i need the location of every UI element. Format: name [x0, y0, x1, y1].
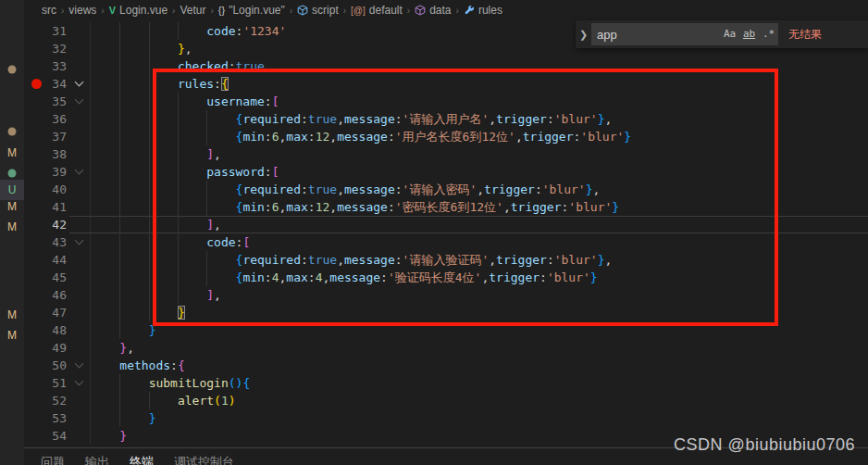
line-number[interactable]: 36: [24, 110, 67, 128]
fold-chevron-icon[interactable]: [71, 357, 86, 374]
line-number[interactable]: 35: [24, 93, 67, 110]
fold-chevron-icon[interactable]: [71, 93, 86, 110]
whole-word-icon[interactable]: ab: [739, 23, 759, 45]
modified-badge[interactable]: M: [0, 220, 24, 233]
code-text: },: [91, 40, 192, 57]
modified-badge[interactable]: M: [0, 200, 24, 213]
code-line[interactable]: 46 ],: [24, 286, 868, 304]
regex-icon[interactable]: .*: [759, 23, 778, 45]
line-number[interactable]: 34: [24, 75, 67, 93]
code-line[interactable]: 50 methods:{: [24, 357, 868, 374]
code-text: {min:6,max:12,message:'用户名长度6到12位',trigg…: [91, 128, 631, 145]
code-text: checked:true,: [91, 57, 272, 75]
match-case-icon[interactable]: Aa: [720, 23, 739, 45]
line-number[interactable]: 53: [24, 409, 67, 427]
code-text: {required:true,message:'请输入密码',trigger:'…: [91, 181, 600, 198]
code-text: },: [91, 339, 134, 357]
untracked-badge[interactable]: U: [0, 183, 24, 196]
code-text: }: [91, 427, 127, 445]
line-number[interactable]: 40: [24, 181, 67, 198]
code-line[interactable]: 51 submitLogin(){: [24, 374, 868, 392]
code-line[interactable]: 37 {min:6,max:12,message:'用户名长度6到12位',tr…: [24, 128, 868, 145]
code-line[interactable]: 53 }: [24, 409, 868, 427]
modified-dot[interactable]: [8, 66, 17, 74]
code-text: }: [91, 304, 185, 321]
modified-dot[interactable]: [8, 170, 17, 178]
line-number[interactable]: 31: [24, 22, 67, 40]
code-line[interactable]: 38 ],: [24, 145, 868, 163]
line-number[interactable]: 37: [24, 128, 67, 145]
line-number[interactable]: 38: [24, 145, 67, 163]
code-line[interactable]: 47 }: [24, 304, 868, 321]
modified-badge[interactable]: M: [0, 146, 24, 159]
code-line[interactable]: 52 alert(1): [24, 392, 868, 409]
line-number[interactable]: 42: [24, 216, 67, 233]
code-text: submitLogin(){: [91, 374, 250, 392]
fold-chevron-icon[interactable]: [71, 75, 86, 93]
code-text: {required:true,message:'请输入用户名',trigger:…: [91, 110, 612, 128]
code-text: methods:{: [91, 357, 185, 374]
watermark: CSDN @biubiubiu0706: [674, 435, 855, 455]
line-number[interactable]: 48: [24, 321, 67, 339]
code-text: {min:6,max:12,message:'密码长度6到12位',trigge…: [91, 198, 619, 216]
code-text: {min:4,max:4,message:'验证码长度4位',trigger:'…: [91, 269, 598, 286]
line-number[interactable]: 39: [24, 163, 67, 181]
panel-tab-输出[interactable]: 输出: [85, 454, 109, 465]
code-line[interactable]: 42 ],: [24, 216, 868, 233]
modified-dot[interactable]: [8, 128, 17, 136]
line-number[interactable]: 41: [24, 198, 67, 216]
code-text: alert(1): [91, 392, 236, 409]
panel-tab-调试控制台[interactable]: 调试控制台: [174, 454, 234, 465]
line-number[interactable]: 52: [24, 392, 67, 409]
line-number[interactable]: 45: [24, 269, 67, 286]
line-number[interactable]: 49: [24, 339, 67, 357]
code-line[interactable]: 43 code:[: [24, 233, 868, 251]
code-text: }: [91, 409, 155, 427]
code-line[interactable]: 33 checked:true,: [24, 57, 868, 75]
modified-badge[interactable]: M: [0, 329, 24, 342]
panel-tab-问题[interactable]: 问题: [41, 454, 65, 465]
code-text: rules:{: [91, 75, 229, 93]
code-text: ],: [91, 145, 221, 163]
code-text: }: [91, 321, 155, 339]
line-number[interactable]: 33: [24, 57, 67, 75]
chevron-right-icon[interactable]: ❯: [576, 29, 591, 41]
code-line[interactable]: 41 {min:6,max:12,message:'密码长度6到12位',tri…: [24, 198, 868, 216]
code-line[interactable]: 49 },: [24, 339, 868, 357]
code-text: username:[: [91, 93, 279, 110]
line-number[interactable]: 32: [24, 40, 67, 57]
line-number[interactable]: 54: [24, 427, 67, 445]
code-line[interactable]: 45 {min:4,max:4,message:'验证码长度4位',trigge…: [24, 269, 868, 286]
find-input-box[interactable]: Aaab.*: [591, 23, 778, 45]
code-line[interactable]: 40 {required:true,message:'请输入密码',trigge…: [24, 181, 868, 198]
code-line[interactable]: 36 {required:true,message:'请输入用户名',trigg…: [24, 110, 868, 128]
code-editor[interactable]: 31 code:'1234'32 },33 checked:true,34 ru…: [24, 0, 868, 447]
explorer-sidebar-edge[interactable]: MUMMMM: [0, 0, 24, 465]
modified-badge[interactable]: M: [0, 308, 24, 321]
code-text: {required:true,message:'请输入验证码',trigger:…: [91, 251, 612, 269]
code-text: ],: [91, 216, 221, 233]
code-text: code:'1234': [91, 22, 286, 40]
line-number[interactable]: 51: [24, 374, 67, 392]
line-number[interactable]: 50: [24, 357, 67, 374]
find-results-label: 无结果: [788, 27, 822, 43]
code-text: code:[: [91, 233, 250, 251]
code-line[interactable]: 35 username:[: [24, 93, 868, 110]
code-text: ],: [91, 286, 221, 304]
panel-tab-终端[interactable]: 终端: [130, 454, 154, 465]
code-text: password:[: [91, 163, 279, 181]
fold-chevron-icon[interactable]: [71, 233, 86, 251]
line-number[interactable]: 43: [24, 233, 67, 251]
code-line[interactable]: 44 {required:true,message:'请输入验证码',trigg…: [24, 251, 868, 269]
code-line[interactable]: 48 }: [24, 321, 868, 339]
fold-chevron-icon[interactable]: [71, 163, 86, 181]
line-number[interactable]: 44: [24, 251, 67, 269]
line-number[interactable]: 46: [24, 286, 67, 304]
code-line[interactable]: 34 rules:{: [24, 75, 868, 93]
code-line[interactable]: 39 password:[: [24, 163, 868, 181]
fold-chevron-icon[interactable]: [71, 374, 86, 392]
find-widget[interactable]: ❯ Aaab.* 无结果: [576, 20, 868, 48]
line-number[interactable]: 47: [24, 304, 67, 321]
search-input[interactable]: [591, 28, 720, 42]
